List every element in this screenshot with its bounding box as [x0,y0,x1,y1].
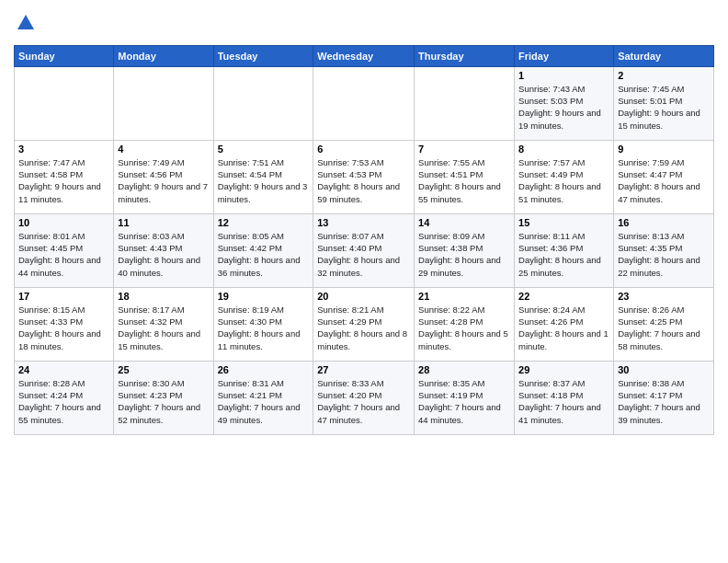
day-number: 23 [618,291,710,302]
day-number: 11 [118,217,209,228]
calendar-cell: 2Sunrise: 7:45 AM Sunset: 5:01 PM Daylig… [614,66,714,140]
day-info: Sunrise: 8:13 AM Sunset: 4:35 PM Dayligh… [618,230,710,279]
calendar-cell: 17Sunrise: 8:15 AM Sunset: 4:33 PM Dayli… [15,287,114,361]
day-number: 8 [518,144,609,155]
day-info: Sunrise: 7:51 AM Sunset: 4:54 PM Dayligh… [218,156,310,205]
calendar-cell: 7Sunrise: 7:55 AM Sunset: 4:51 PM Daylig… [415,140,515,213]
calendar-cell: 27Sunrise: 8:33 AM Sunset: 4:20 PM Dayli… [313,361,415,434]
calendar-header: SundayMondayTuesdayWednesdayThursdayFrid… [15,45,714,66]
day-number: 14 [418,217,510,228]
calendar-cell [15,66,114,140]
day-number: 19 [218,291,310,302]
day-number: 15 [518,217,609,228]
day-info: Sunrise: 7:59 AM Sunset: 4:47 PM Dayligh… [618,156,710,205]
day-number: 12 [218,217,310,228]
day-info: Sunrise: 7:53 AM Sunset: 4:53 PM Dayligh… [317,156,410,205]
day-info: Sunrise: 7:45 AM Sunset: 5:01 PM Dayligh… [618,83,710,132]
weekday-header-wednesday: Wednesday [313,45,415,66]
weekday-header-thursday: Thursday [415,45,515,66]
day-info: Sunrise: 8:03 AM Sunset: 4:43 PM Dayligh… [118,230,209,279]
day-info: Sunrise: 8:19 AM Sunset: 4:30 PM Dayligh… [218,304,310,352]
calendar-cell: 9Sunrise: 7:59 AM Sunset: 4:47 PM Daylig… [614,140,714,213]
day-info: Sunrise: 7:49 AM Sunset: 4:56 PM Dayligh… [118,156,209,205]
calendar-cell: 21Sunrise: 8:22 AM Sunset: 4:28 PM Dayli… [415,287,515,361]
day-number: 1 [518,70,609,81]
day-number: 22 [518,291,609,302]
calendar-cell: 11Sunrise: 8:03 AM Sunset: 4:43 PM Dayli… [114,213,213,287]
day-number: 21 [418,291,510,302]
calendar-week-row: 17Sunrise: 8:15 AM Sunset: 4:33 PM Dayli… [15,287,714,361]
calendar-cell: 1Sunrise: 7:43 AM Sunset: 5:03 PM Daylig… [515,66,614,140]
day-info: Sunrise: 8:24 AM Sunset: 4:26 PM Dayligh… [518,304,609,352]
calendar-week-row: 3Sunrise: 7:47 AM Sunset: 4:58 PM Daylig… [15,140,714,213]
calendar-cell [213,66,313,140]
day-info: Sunrise: 8:09 AM Sunset: 4:38 PM Dayligh… [418,230,510,279]
day-info: Sunrise: 8:31 AM Sunset: 4:21 PM Dayligh… [218,377,310,426]
calendar-cell: 16Sunrise: 8:13 AM Sunset: 4:35 PM Dayli… [614,213,714,287]
day-info: Sunrise: 7:43 AM Sunset: 5:03 PM Dayligh… [518,83,609,132]
page-header [14,9,714,38]
calendar-table: SundayMondayTuesdayWednesdayThursdayFrid… [14,45,714,435]
weekday-header-sunday: Sunday [15,45,114,66]
calendar-cell: 30Sunrise: 8:38 AM Sunset: 4:17 PM Dayli… [614,361,714,434]
day-number: 2 [618,70,710,81]
calendar-cell: 24Sunrise: 8:28 AM Sunset: 4:24 PM Dayli… [15,361,114,434]
calendar-cell: 14Sunrise: 8:09 AM Sunset: 4:38 PM Dayli… [415,213,515,287]
calendar-body: 1Sunrise: 7:43 AM Sunset: 5:03 PM Daylig… [15,66,714,434]
day-number: 5 [218,144,310,155]
day-info: Sunrise: 8:05 AM Sunset: 4:42 PM Dayligh… [218,230,310,279]
day-number: 17 [18,291,109,302]
day-info: Sunrise: 7:57 AM Sunset: 4:49 PM Dayligh… [518,156,609,205]
calendar-cell: 13Sunrise: 8:07 AM Sunset: 4:40 PM Dayli… [313,213,415,287]
calendar-cell: 20Sunrise: 8:21 AM Sunset: 4:29 PM Dayli… [313,287,415,361]
calendar-cell: 15Sunrise: 8:11 AM Sunset: 4:36 PM Dayli… [515,213,614,287]
calendar-cell: 4Sunrise: 7:49 AM Sunset: 4:56 PM Daylig… [114,140,213,213]
logo-icon [16,13,36,33]
day-number: 10 [18,217,109,228]
calendar-cell: 5Sunrise: 7:51 AM Sunset: 4:54 PM Daylig… [213,140,313,213]
day-number: 24 [18,364,109,375]
svg-marker-0 [17,15,34,29]
day-number: 13 [317,217,410,228]
day-number: 28 [418,364,510,375]
calendar-cell: 18Sunrise: 8:17 AM Sunset: 4:32 PM Dayli… [114,287,213,361]
calendar-cell: 8Sunrise: 7:57 AM Sunset: 4:49 PM Daylig… [515,140,614,213]
day-number: 30 [618,364,710,375]
calendar-cell: 10Sunrise: 8:01 AM Sunset: 4:45 PM Dayli… [15,213,114,287]
weekday-header-saturday: Saturday [614,45,714,66]
calendar-cell: 23Sunrise: 8:26 AM Sunset: 4:25 PM Dayli… [614,287,714,361]
calendar-cell: 26Sunrise: 8:31 AM Sunset: 4:21 PM Dayli… [213,361,313,434]
day-number: 26 [218,364,310,375]
calendar-week-row: 10Sunrise: 8:01 AM Sunset: 4:45 PM Dayli… [15,213,714,287]
day-number: 16 [618,217,710,228]
day-info: Sunrise: 8:33 AM Sunset: 4:20 PM Dayligh… [317,377,410,426]
calendar-cell [114,66,213,140]
day-info: Sunrise: 8:15 AM Sunset: 4:33 PM Dayligh… [18,304,109,352]
day-info: Sunrise: 8:30 AM Sunset: 4:23 PM Dayligh… [118,377,209,426]
weekday-header-row: SundayMondayTuesdayWednesdayThursdayFrid… [15,45,714,66]
calendar-cell [415,66,515,140]
day-info: Sunrise: 7:55 AM Sunset: 4:51 PM Dayligh… [418,156,510,205]
day-info: Sunrise: 8:28 AM Sunset: 4:24 PM Dayligh… [18,377,109,426]
day-info: Sunrise: 8:35 AM Sunset: 4:19 PM Dayligh… [418,377,510,426]
day-number: 4 [118,144,209,155]
calendar-cell: 19Sunrise: 8:19 AM Sunset: 4:30 PM Dayli… [213,287,313,361]
weekday-header-friday: Friday [515,45,614,66]
day-number: 3 [18,144,109,155]
day-info: Sunrise: 8:17 AM Sunset: 4:32 PM Dayligh… [118,304,209,352]
weekday-header-tuesday: Tuesday [213,45,313,66]
day-number: 7 [418,144,510,155]
calendar-cell: 22Sunrise: 8:24 AM Sunset: 4:26 PM Dayli… [515,287,614,361]
calendar-cell: 28Sunrise: 8:35 AM Sunset: 4:19 PM Dayli… [415,361,515,434]
day-number: 6 [317,144,410,155]
day-number: 27 [317,364,410,375]
calendar-cell: 29Sunrise: 8:37 AM Sunset: 4:18 PM Dayli… [515,361,614,434]
page-container: SundayMondayTuesdayWednesdayThursdayFrid… [0,0,728,563]
day-number: 25 [118,364,209,375]
day-info: Sunrise: 8:37 AM Sunset: 4:18 PM Dayligh… [518,377,609,426]
day-info: Sunrise: 8:26 AM Sunset: 4:25 PM Dayligh… [618,304,710,352]
day-number: 9 [618,144,710,155]
day-info: Sunrise: 8:21 AM Sunset: 4:29 PM Dayligh… [317,304,410,352]
day-info: Sunrise: 8:11 AM Sunset: 4:36 PM Dayligh… [518,230,609,279]
day-info: Sunrise: 7:47 AM Sunset: 4:58 PM Dayligh… [18,156,109,205]
